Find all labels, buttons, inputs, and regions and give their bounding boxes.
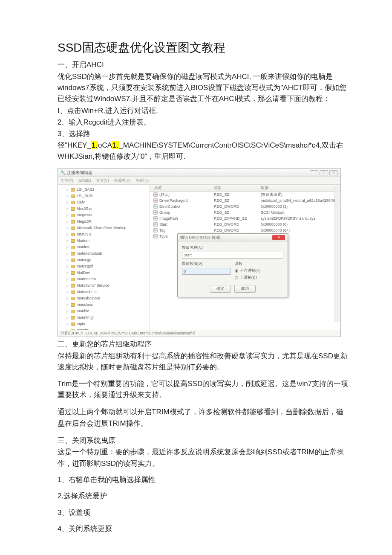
tree-item[interactable]: ▷mouclass bbox=[58, 302, 150, 308]
window-buttons: — □ X bbox=[310, 170, 338, 175]
value-name: ErrorControl bbox=[159, 204, 214, 210]
col-type[interactable]: 类型 bbox=[214, 185, 261, 191]
step3-mid: oCA bbox=[98, 141, 112, 149]
value-name: (默认) bbox=[159, 192, 214, 198]
list-header: 名称 类型 数据 bbox=[150, 185, 340, 192]
maximize-button[interactable]: □ bbox=[320, 170, 328, 175]
folder-icon bbox=[71, 284, 75, 288]
folder-icon bbox=[71, 195, 75, 198]
registry-value-row[interactable]: 01StartREG_DWORD0x00000000 (0) bbox=[150, 221, 340, 227]
value-icon: 01 bbox=[153, 234, 158, 238]
dialog-ok-button[interactable]: 确定 bbox=[210, 285, 231, 293]
col-data[interactable]: 数据 bbox=[261, 185, 340, 191]
registry-values-pane: 名称 类型 数据 ab(默认)REG_SZ(数值未设置)abDriverPack… bbox=[150, 185, 340, 330]
tree-item[interactable]: ▷mpsdrv bbox=[58, 327, 150, 330]
tree-item[interactable]: ▷MotDev bbox=[58, 270, 150, 276]
registry-tree[interactable]: ▷LSI_SAS2▷LSI_SCSI▷luafv▷Mcx2Svc▷megasas… bbox=[58, 185, 150, 330]
radio-hex[interactable] bbox=[235, 269, 238, 273]
folder-icon bbox=[71, 297, 75, 300]
section1-heading: 一、开启AHCI bbox=[58, 59, 349, 70]
tree-item[interactable]: ▷MMCSS bbox=[58, 231, 150, 238]
value-icon: ab bbox=[153, 192, 158, 197]
regedit-window: 🔧 注册表编辑器 — □ X 文件(F) 编辑(E) 查看(V) 收藏夹(A) … bbox=[58, 168, 341, 337]
vertical-scrollbar[interactable] bbox=[334, 186, 340, 322]
menu-edit[interactable]: 编辑(E) bbox=[78, 178, 91, 184]
minimize-button[interactable]: — bbox=[310, 170, 318, 175]
section3-step3: 3、设置项 bbox=[58, 507, 349, 518]
folder-icon bbox=[71, 303, 75, 307]
tree-item[interactable]: ▷MegaSR bbox=[58, 218, 150, 225]
section3-p1: 这是一个特别重：要的步骤，最近许多反应说明系统复原会影响到SSD或者TRIM的正… bbox=[58, 447, 349, 469]
registry-value-row[interactable]: 01ErrorControlREG_DWORD0x00000003 (3) bbox=[150, 203, 340, 209]
tree-item-label: LSI_SCSI bbox=[77, 193, 94, 199]
menu-help[interactable]: 帮助(H) bbox=[136, 178, 149, 184]
regedit-menubar: 文件(F) 编辑(E) 查看(V) 收藏夹(A) 帮助(H) bbox=[58, 177, 340, 185]
tree-item[interactable]: ▷motandroidusb bbox=[58, 250, 150, 257]
registry-value-row[interactable]: abDriverPackageIdREG_SZmshdc.inf_amd64_n… bbox=[150, 198, 340, 203]
section1-step2: 2、输入Rcgcdit进入注册表。 bbox=[58, 117, 349, 128]
tree-item[interactable]: ▷Microsoft SharePoint Worksp bbox=[58, 225, 150, 231]
tree-item-label: mpsdrv bbox=[77, 328, 89, 330]
tree-item[interactable]: ▷megasas bbox=[58, 212, 150, 218]
tree-item[interactable]: ▷mpio bbox=[58, 321, 150, 327]
section2-p3: 通过以上两个邺动就可以开启TRIM模式了，许多检测软件都能够看到，当删除数据后，… bbox=[58, 407, 349, 429]
value-name: DriverPackageId bbox=[159, 198, 214, 204]
tree-item[interactable]: ▷LSI_SAS2 bbox=[58, 186, 150, 193]
registry-value-row[interactable]: abImagePathREG_EXPAND_SZsystem32\DRIVERS… bbox=[150, 215, 340, 221]
tree-item-label: Modem bbox=[77, 238, 89, 244]
section1-step3: 3、选择路径"HKEY_1.oCA1._MACHINE\SYSTEM\Currc… bbox=[58, 128, 349, 162]
tree-item-label: motccgpfl bbox=[77, 264, 93, 270]
value-type: REG_DWORD bbox=[214, 222, 261, 228]
value-name: Tag bbox=[159, 228, 214, 234]
radio-hex-row[interactable]: 十六进制(H) bbox=[235, 268, 283, 274]
folder-icon bbox=[71, 278, 75, 281]
menu-fav[interactable]: 收藏夹(A) bbox=[114, 178, 131, 184]
radio-dec[interactable] bbox=[235, 276, 238, 279]
registry-value-row[interactable]: abGroupREG_SZSCSI Miniport bbox=[150, 209, 340, 215]
menu-file[interactable]: 文件(F) bbox=[61, 178, 73, 184]
registry-value-row[interactable]: ab(默认)REG_SZ(数值未设置) bbox=[150, 192, 340, 198]
dialog-base-label: 基数 bbox=[235, 261, 283, 267]
tree-item[interactable]: ▷motccgp bbox=[58, 257, 150, 263]
value-data: 0x00000040 (64) bbox=[261, 228, 340, 234]
col-name[interactable]: 名称 bbox=[150, 185, 214, 191]
dialog-cancel-button[interactable]: 取消 bbox=[234, 285, 256, 293]
value-name: Start bbox=[159, 222, 214, 228]
tree-item[interactable]: ▷Motousbnet bbox=[58, 289, 150, 295]
tree-item[interactable]: ▷monitor bbox=[58, 244, 150, 250]
section1-p1: 优化SSD的第一步首先就是要确保你的磁盘读写模式为AHCI, 一般来讲假如你的电… bbox=[58, 71, 349, 105]
dialog-title-text: 编辑 DWORD (32 位)值 bbox=[180, 235, 221, 241]
tree-item[interactable]: ▷LSI_SCSI bbox=[58, 193, 150, 199]
dialog-name-input[interactable] bbox=[182, 252, 283, 259]
folder-icon bbox=[71, 259, 75, 262]
value-icon: ab bbox=[153, 210, 158, 215]
close-button[interactable]: X bbox=[329, 170, 338, 175]
dialog-data-input[interactable] bbox=[182, 268, 231, 275]
folder-icon bbox=[71, 265, 75, 268]
tree-item[interactable]: ▷motmodem bbox=[58, 276, 150, 282]
value-type: REG_EXPAND_SZ bbox=[214, 216, 261, 222]
regedit-title-text: 🔧 注册表编辑器 bbox=[61, 169, 92, 176]
tree-item-label: motandroidusb bbox=[77, 251, 102, 257]
tree-item[interactable]: ▷motusbdevice bbox=[58, 295, 150, 302]
tree-item[interactable]: ▷motccgpfl bbox=[58, 263, 150, 270]
tree-item[interactable]: ▷MotoSwitchService bbox=[58, 282, 150, 289]
registry-value-row[interactable]: 01TagREG_DWORD0x00000040 (64) bbox=[150, 227, 340, 233]
tree-item[interactable]: ▷Modem bbox=[58, 238, 150, 244]
step3-pre: 3、选择路径"HKEY_ bbox=[58, 130, 91, 149]
folder-icon bbox=[71, 227, 75, 230]
section2-heading: 二、更新您的芯片组驱动程序 bbox=[58, 339, 349, 350]
tree-item[interactable]: ▷Mcx2Svc bbox=[58, 206, 150, 212]
menu-view[interactable]: 查看(V) bbox=[96, 178, 109, 184]
tree-item[interactable]: ▷mouhid bbox=[58, 308, 150, 314]
tree-item[interactable]: ▷luafv bbox=[58, 199, 150, 206]
radio-dec-row[interactable]: 十进制(D) bbox=[235, 275, 283, 281]
tree-item[interactable]: ▷mountmgr bbox=[58, 314, 150, 321]
dialog-close-button[interactable]: ✕ bbox=[272, 235, 285, 240]
value-data: SCSI Miniport bbox=[261, 210, 340, 216]
page-title: SSD固态硬盘优化设置图文教程 bbox=[58, 38, 349, 57]
tree-item-label: motccgp bbox=[77, 257, 91, 263]
radio-dec-label: 十进制(D) bbox=[240, 275, 257, 281]
value-type: REG_DWORD bbox=[214, 204, 261, 210]
tree-item-label: mpio bbox=[77, 321, 85, 327]
